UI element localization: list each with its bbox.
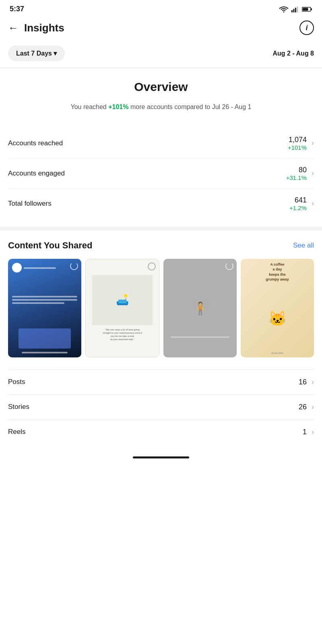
stats-section: Accounts reached 1,074 +101% › Accounts …: [0, 120, 322, 227]
content-list-row-stories[interactable]: Stories 26 ›: [8, 394, 314, 419]
stat-change-accounts-engaged: +31.1%: [286, 174, 307, 181]
stat-label-accounts-engaged: Accounts engaged: [8, 169, 65, 178]
svg-rect-1: [293, 9, 295, 12]
content-list-value-group-posts: 16 ›: [299, 378, 314, 386]
thumb1-spinner: [70, 262, 78, 270]
thumbnail-2[interactable]: 🛋️ "We can save a lot of time goingstrai…: [85, 259, 159, 357]
overview-desc-prefix: You reached: [70, 103, 108, 110]
thumb2-spinner: [148, 262, 156, 270]
thumb2-cartoon: 🛋️: [92, 275, 152, 325]
thumbnails-row: 🛋️ "We can save a lot of time goingstrai…: [8, 259, 314, 357]
content-list-value-stories: 26: [299, 403, 307, 411]
content-list: Posts 16 › Stories 26 › Reels 1 ›: [0, 369, 322, 444]
thumb2-caption: "We can save a lot of time goingstraight…: [103, 328, 142, 341]
chevron-icon-accounts-engaged: ›: [312, 169, 314, 178]
home-indicator: [0, 452, 322, 461]
overview-description: You reached +101% more accounts compared…: [8, 102, 314, 112]
content-list-row-posts[interactable]: Posts 16 ›: [8, 369, 314, 394]
thumb4-text: A coffeea daykeeps thegrumpy away: [266, 262, 289, 282]
status-time: 5:37: [10, 5, 24, 13]
see-all-button[interactable]: See all: [293, 242, 314, 250]
battery-icon: [302, 6, 312, 12]
thumb3-spinner: [225, 262, 233, 270]
date-filter-button[interactable]: Last 7 Days ▾: [8, 45, 65, 61]
stat-row-accounts-reached[interactable]: Accounts reached 1,074 +101% ›: [8, 128, 314, 159]
content-list-value-posts: 16: [299, 378, 307, 386]
svg-rect-5: [311, 8, 312, 10]
info-button[interactable]: i: [299, 21, 314, 35]
chevron-icon-accounts-reached: ›: [312, 139, 314, 147]
thumbnail-4[interactable]: A coffeea daykeeps thegrumpy away 🐱 @cat…: [241, 259, 314, 357]
content-list-row-reels[interactable]: Reels 1 ›: [8, 419, 314, 444]
page-title: Insights: [24, 22, 299, 34]
stat-label-accounts-reached: Accounts reached: [8, 139, 63, 147]
stat-value-group-accounts-reached: 1,074 +101% ›: [288, 136, 314, 151]
svg-rect-2: [295, 8, 296, 12]
status-bar: 5:37: [0, 0, 322, 17]
stat-change-accounts-reached: +101%: [288, 144, 307, 151]
thumbnail-1[interactable]: [8, 259, 81, 357]
section-separator: [0, 227, 322, 231]
stat-value-group-total-followers: 641 +1.2% ›: [289, 196, 314, 211]
thumbnail-3[interactable]: 🧍: [163, 259, 237, 357]
info-icon: i: [305, 24, 308, 32]
wifi-icon: [279, 6, 288, 12]
stat-row-accounts-engaged[interactable]: Accounts engaged 80 +31.1% ›: [8, 159, 314, 189]
chevron-icon-total-followers: ›: [312, 199, 314, 208]
content-list-label-reels: Reels: [8, 428, 25, 436]
stat-label-total-followers: Total followers: [8, 200, 52, 208]
back-button[interactable]: ←: [8, 23, 19, 33]
home-bar: [133, 456, 189, 458]
stat-value-total-followers: 641: [289, 196, 307, 204]
stat-value-accounts-engaged: 80: [286, 166, 307, 174]
content-section-title: Content You Shared: [8, 240, 92, 251]
overview-highlight-percent: +101%: [108, 103, 128, 110]
svg-rect-6: [303, 8, 308, 10]
date-filter-row: Last 7 Days ▾ Aug 2 - Aug 8: [0, 41, 322, 68]
stat-row-total-followers[interactable]: Total followers 641 +1.2% ›: [8, 189, 314, 219]
stat-value-accounts-reached: 1,074: [288, 136, 307, 144]
signal-icon: [291, 6, 299, 12]
stat-change-total-followers: +1.2%: [289, 204, 307, 211]
content-list-value-group-reels: 1 ›: [303, 428, 314, 436]
stat-value-group-accounts-engaged: 80 +31.1% ›: [286, 166, 314, 181]
content-list-label-posts: Posts: [8, 378, 25, 386]
thumb1-avatar: [12, 263, 22, 272]
status-icons: [279, 6, 312, 12]
content-list-value-group-stories: 26 ›: [299, 403, 314, 411]
content-list-label-stories: Stories: [8, 403, 29, 411]
overview-section: Overview You reached +101% more accounts…: [0, 68, 322, 120]
svg-rect-0: [291, 10, 293, 12]
chevron-icon-posts: ›: [312, 378, 314, 386]
header: ← Insights i: [0, 17, 322, 41]
overview-desc-suffix: more accounts compared to Jul 26 - Aug 1: [128, 103, 251, 110]
svg-rect-3: [297, 6, 298, 12]
chevron-icon-stories: ›: [312, 403, 314, 411]
date-range-text: Aug 2 - Aug 8: [272, 50, 314, 57]
chevron-icon-reels: ›: [312, 428, 314, 436]
overview-title: Overview: [8, 80, 314, 94]
content-list-value-reels: 1: [303, 428, 307, 436]
content-section: Content You Shared See all: [0, 231, 322, 369]
content-header: Content You Shared See all: [8, 240, 314, 251]
